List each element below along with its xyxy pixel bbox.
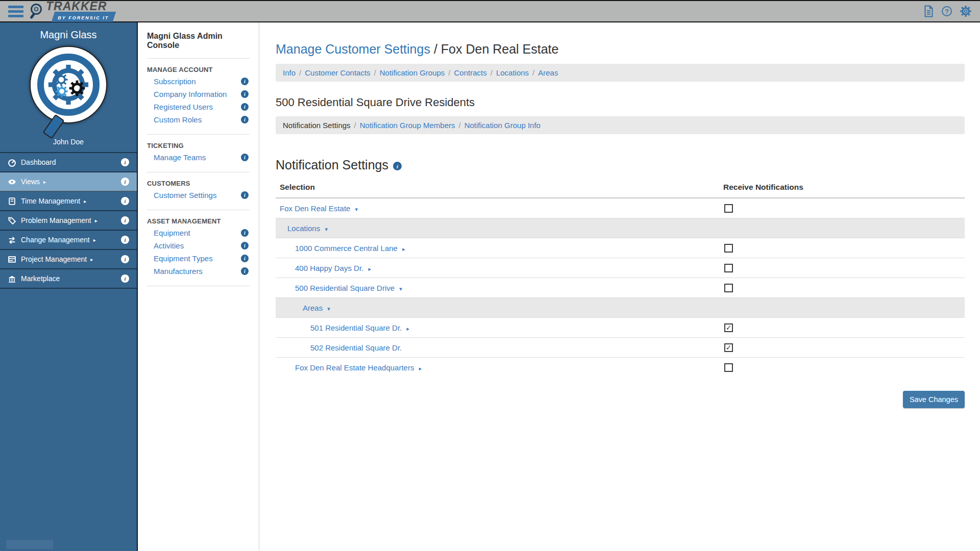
gear-icon[interactable] [960,5,972,17]
table-row-areas: Areas ▾ [276,298,965,318]
small-black-gear-icon [68,80,86,97]
tree-node-fox-den-real-estate-headquarters[interactable]: Fox Den Real Estate Headquarters ▸ [295,363,422,372]
sidebar-item-dashboard[interactable]: Dashboardi [0,153,137,172]
chevron-right-icon: ▸ [419,365,422,371]
admin-link-customer-settings[interactable]: Customer Settings [147,189,216,202]
info-icon[interactable]: i [241,255,249,262]
info-icon[interactable]: i [393,162,402,170]
tab-notification-group-info[interactable]: Notification Group Info [464,121,541,130]
tree-node-1000-commerce-central-lane[interactable]: 1000 Commerce Central Lane ▸ [295,244,405,253]
manage-customer-settings-link[interactable]: Manage Customer Settings [276,42,430,56]
chevron-right-icon: ▸ [93,237,96,243]
receive-notifications-checkbox[interactable] [724,363,733,372]
info-icon[interactable]: i [121,274,129,283]
tab-locations[interactable]: Locations [496,68,529,77]
admin-link-activities[interactable]: Activities [147,239,184,252]
divider [147,210,250,210]
sidebar-item-label: Marketplace [21,274,60,283]
gear-glyph [33,6,39,12]
save-changes-button[interactable]: Save Changes [903,391,965,408]
receive-notifications-checkbox[interactable] [724,244,733,253]
tree-node-500-residential-square-drive[interactable]: 500 Residential Square Drive ▾ [295,284,402,292]
info-icon[interactable]: i [241,116,249,123]
admin-link-row: Subscriptioni [147,75,250,88]
sidebar-item-label: Views [21,178,40,186]
info-icon[interactable]: i [241,267,249,275]
admin-link-subscription[interactable]: Subscription [147,75,196,88]
sidebar-item-problem-management[interactable]: Problem Management▸i [0,211,137,231]
info-icon[interactable]: i [121,255,129,263]
title-separator: / [434,42,441,56]
chevron-right-icon: ▸ [368,266,371,272]
info-icon[interactable]: i [241,154,249,161]
project-columns-icon [8,255,16,264]
main-content: Manage Customer Settings / Fox Den Real … [259,22,980,551]
divider [147,134,250,135]
table-row-fox-den-real-estate-headquarters: Fox Den Real Estate Headquarters ▸ [276,358,965,378]
info-icon[interactable]: i [241,90,249,98]
tab-info[interactable]: Info [283,68,296,77]
chevron-right-icon: ▸ [402,246,405,252]
chevron-down-icon: ▾ [355,206,358,212]
receive-notifications-checkbox[interactable] [724,264,733,272]
info-icon[interactable]: i [121,197,129,205]
admin-link-company-information[interactable]: Company Information [147,88,227,101]
notification-settings-table: Selection Receive Notifications Fox Den … [276,183,965,378]
sidebar-item-marketplace[interactable]: Marketplacei [0,269,137,289]
info-icon[interactable]: i [241,103,249,111]
admin-link-registered-users[interactable]: Registered Users [147,101,213,113]
receive-notifications-checkbox[interactable]: ✓ [724,323,733,332]
document-icon[interactable] [923,5,934,17]
admin-link-equipment[interactable]: Equipment [147,227,190,239]
info-icon[interactable]: i [241,191,249,199]
tree-node-502-residential-square-dr[interactable]: 502 Residential Square Dr. [310,343,402,352]
hamburger-menu-icon[interactable] [8,6,23,17]
separator: / [351,121,360,130]
tab-customer-contacts[interactable]: Customer Contacts [305,68,370,77]
receive-notifications-checkbox[interactable] [724,284,733,292]
receive-notifications-checkbox[interactable] [724,204,733,213]
info-icon[interactable]: i [241,229,249,237]
tab-contracts[interactable]: Contracts [454,68,487,77]
tab-notification-group-members[interactable]: Notification Group Members [360,121,455,130]
sidebar-item-time-management[interactable]: Time Management▸i [0,192,137,211]
admin-console-panel: Magni Glass Admin Console MANAGE ACCOUNT… [138,22,259,551]
table-row-400-happy-days-dr: 400 Happy Days Dr. ▸ [276,258,965,278]
group-title: 500 Residential Square Drive Residents [276,96,965,109]
admin-link-row: Activitiesi [147,239,250,252]
info-icon[interactable]: i [241,78,249,85]
chevron-down-icon: ▾ [327,306,330,312]
admin-link-equipment-types[interactable]: Equipment Types [147,252,213,265]
info-icon[interactable]: i [121,236,129,244]
info-icon[interactable]: i [241,242,249,249]
tree-node-501-residential-square-dr[interactable]: 501 Residential Square Dr. ▸ [310,323,409,332]
help-icon[interactable]: ? [942,6,952,16]
admin-link-manufacturers[interactable]: Manufacturers [147,265,203,278]
separator: / [445,68,454,77]
admin-link-manage-teams[interactable]: Manage Teams [147,151,206,164]
info-icon[interactable]: i [121,178,129,186]
info-icon[interactable]: i [121,216,129,224]
sidebar-item-project-management[interactable]: Project Management▸i [0,250,137,269]
group-tabs-bar: Notification Settings/Notification Group… [276,116,965,134]
customer-name: Fox Den Real Estate [441,42,559,56]
exchange-arrows-icon [8,236,16,244]
info-icon[interactable]: i [121,158,129,166]
user-name: John Doe [0,138,137,146]
divider [147,286,250,286]
sidebar-nav: DashboardiViews▸iTime Management▸iProble… [0,152,137,289]
tree-node-locations[interactable]: Locations ▾ [287,224,328,233]
top-bar: TRAKKER BY FORENSIC IT ? [0,0,980,22]
sidebar-item-change-management[interactable]: Change Management▸i [0,231,137,250]
admin-link-custom-roles[interactable]: Custom Roles [147,113,202,126]
tab-notification-groups[interactable]: Notification Groups [380,68,445,77]
tree-node-400-happy-days-dr[interactable]: 400 Happy Days Dr. ▸ [295,264,371,272]
brand-name: TRAKKER [46,1,114,11]
chevron-right-icon: ▸ [90,257,93,262]
receive-notifications-checkbox[interactable]: ✓ [724,343,733,352]
tree-node-fox-den-real-estate[interactable]: Fox Den Real Estate ▾ [280,204,358,213]
tab-areas[interactable]: Areas [538,68,558,77]
tree-node-areas[interactable]: Areas ▾ [303,304,330,312]
table-row-502-residential-square-dr: 502 Residential Square Dr.✓ [276,338,965,358]
sidebar-item-views[interactable]: Views▸i [0,172,137,192]
